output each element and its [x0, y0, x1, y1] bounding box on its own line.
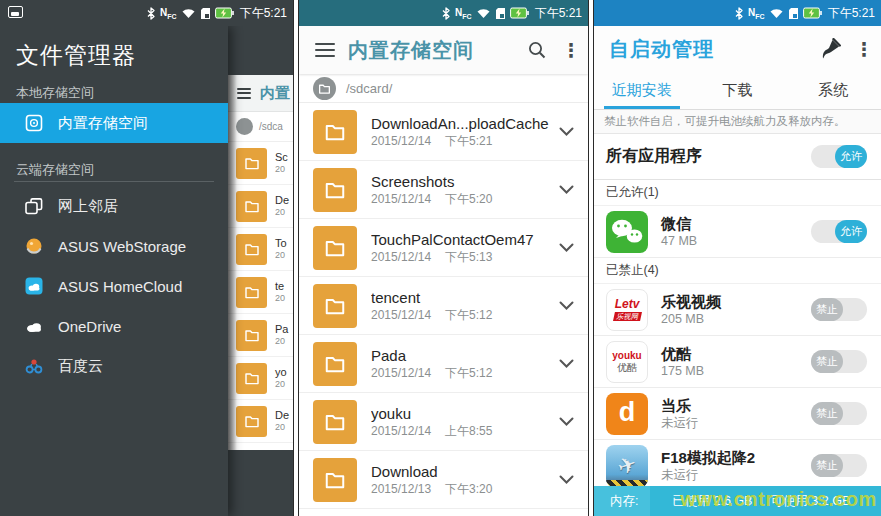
all-apps-toggle[interactable]: 允许 [811, 145, 867, 168]
screenshot-collage: NFC 下午5:21 内置 /sdca Sc20 De20 [0, 0, 881, 516]
status-bar: NFC 下午5:21 [594, 0, 881, 26]
chevron-down-icon[interactable] [554, 127, 578, 136]
app-toggle[interactable]: 禁止 [811, 402, 867, 425]
tab-download[interactable]: 下载 [690, 72, 786, 109]
folder-badge-icon [236, 118, 253, 135]
sidebar-item-internal-storage[interactable]: 内置存储空间 [0, 103, 228, 143]
app-list: 所有应用程序 允许 已允许(1) 微信47 MB 允许 已禁止(4) Letv乐… [594, 134, 881, 486]
breadcrumb[interactable]: /sdcard/ [299, 74, 588, 103]
divider [14, 181, 214, 182]
menu-icon[interactable] [315, 39, 335, 60]
dangle-icon: d [606, 393, 648, 435]
network-neighborhood-icon [24, 196, 44, 216]
folder-icon [313, 168, 357, 212]
all-apps-row[interactable]: 所有应用程序 允许 [594, 134, 881, 180]
sidebar-item-label: ASUS HomeCloud [58, 278, 182, 295]
app-bar: 自启动管理 ⋮ [594, 26, 881, 72]
status-bar: NFC 下午5:21 [0, 0, 293, 26]
app-toggle[interactable]: 允许 [811, 220, 867, 243]
app-toggle[interactable]: 禁止 [811, 350, 867, 373]
sidebar-item-label: OneDrive [58, 318, 121, 335]
chevron-down-icon[interactable] [554, 185, 578, 194]
list-item[interactable]: To20 [228, 228, 293, 271]
file-row[interactable]: tencent2015/12/14下午5:12 [299, 277, 588, 335]
chevron-down-icon[interactable] [554, 301, 578, 310]
sidebar-item-onedrive[interactable]: OneDrive [0, 306, 228, 346]
bluetooth-icon [734, 7, 744, 20]
folder-icon [313, 284, 357, 328]
page-title: 自启动管理 [609, 36, 813, 63]
blocked-section-header: 已禁止(4) [594, 258, 881, 284]
status-bar: NFC 下午5:21 [299, 0, 588, 26]
description-text: 禁止软件自启，可提升电池续航力及释放内存。 [594, 110, 881, 134]
background-file-list-panel: 内置 /sdca Sc20 De20 To20 te20 [228, 75, 293, 450]
youku-icon: youku优酷 [606, 341, 648, 383]
list-item[interactable]: De20 [228, 185, 293, 228]
tab-system[interactable]: 系统 [785, 72, 881, 109]
notification-photo-icon [8, 6, 23, 18]
file-row[interactable]: TouchPalContactOem472015/12/14下午5:13 [299, 219, 588, 277]
sdcard-icon [495, 7, 506, 20]
chevron-down-icon[interactable] [554, 475, 578, 484]
app-title: 文件管理器 [16, 40, 136, 71]
auto-start-manager-screen: NFC 下午5:21 自启动管理 ⋮ 近期安装 下载 系统 禁止软件自启，可提升… [594, 0, 881, 516]
battery-charging-icon [803, 7, 822, 19]
list-item[interactable]: te20 [228, 271, 293, 314]
overflow-menu-icon[interactable]: ⋮ [554, 33, 588, 67]
folder-icon [236, 363, 267, 394]
file-row[interactable]: Screenshots2015/12/14下午5:20 [299, 161, 588, 219]
navigation-drawer: 文件管理器 本地存储空间 内置存储空间 云端存储空间 网上邻居 ASUS Web… [0, 26, 228, 516]
file-row[interactable]: Pada2015/12/14下午5:12 [299, 335, 588, 393]
folder-icon [236, 406, 267, 437]
status-time: 下午5:21 [828, 5, 875, 22]
search-icon[interactable] [520, 33, 554, 67]
list-item[interactable]: Sc20 [228, 142, 293, 185]
peek-title: 内置 [260, 84, 290, 103]
app-row-letv[interactable]: Letv乐视网 乐视视频205 MB 禁止 [594, 284, 881, 336]
nfc-icon: NFC [160, 7, 177, 20]
section-cloud-storage: 云端存储空间 [16, 161, 94, 179]
app-row-youku[interactable]: youku优酷 优酷175 MB 禁止 [594, 336, 881, 388]
peek-breadcrumb: /sdca [228, 112, 293, 142]
chevron-down-icon[interactable] [554, 417, 578, 426]
list-item[interactable]: Pa20 [228, 314, 293, 357]
folder-icon [236, 277, 267, 308]
menu-icon[interactable] [237, 85, 251, 101]
sidebar-item-asus-webstorage[interactable]: ASUS WebStorage [0, 226, 228, 266]
file-row[interactable]: youku2015/12/14上午8:55 [299, 393, 588, 451]
sdcard-icon [200, 7, 211, 20]
app-toggle[interactable]: 禁止 [811, 454, 867, 477]
sidebar-item-network-neighborhood[interactable]: 网上邻居 [0, 186, 228, 226]
list-item[interactable]: De20 [228, 400, 293, 443]
app-toggle[interactable]: 禁止 [811, 298, 867, 321]
tab-recent-install[interactable]: 近期安装 [594, 72, 690, 109]
file-row[interactable]: Download2015/12/13下午3:20 [299, 451, 588, 509]
app-bar: 内置存储空间 ⋮ [299, 26, 588, 74]
overflow-menu-icon[interactable]: ⋮ [847, 32, 881, 66]
status-time: 下午5:21 [535, 5, 582, 22]
folder-icon [313, 458, 357, 502]
chevron-down-icon[interactable] [554, 359, 578, 368]
sidebar-item-label: 网上邻居 [58, 197, 118, 216]
list-item[interactable]: yo20 [228, 357, 293, 400]
chevron-down-icon[interactable] [554, 243, 578, 252]
watermark-text: www.cntronics.com [676, 488, 881, 511]
sidebar-item-baidu-cloud[interactable]: 百度云 [0, 346, 228, 386]
folder-icon [236, 234, 267, 265]
battery-charging-icon [215, 7, 234, 19]
app-row-dangle[interactable]: d 当乐未运行 禁止 [594, 388, 881, 440]
sidebar-item-asus-homecloud[interactable]: ASUS HomeCloud [0, 266, 228, 306]
asus-homecloud-icon [24, 276, 44, 296]
baidu-cloud-icon [24, 356, 44, 376]
all-apps-label: 所有应用程序 [606, 146, 702, 167]
internal-storage-icon [24, 113, 44, 133]
folder-icon [236, 148, 267, 179]
folder-icon [313, 226, 357, 270]
file-row[interactable]: DownloadAn...ploadCache2015/12/14下午5:21 [299, 103, 588, 161]
app-row-wechat[interactable]: 微信47 MB 允许 [594, 206, 881, 258]
sidebar-item-label: ASUS WebStorage [58, 238, 186, 255]
app-row-f18[interactable]: ✈ F18模拟起降2未运行 禁止 [594, 440, 881, 486]
page-title: 内置存储空间 [348, 37, 474, 64]
wechat-icon [606, 211, 648, 253]
clean-brush-icon[interactable] [813, 32, 847, 66]
